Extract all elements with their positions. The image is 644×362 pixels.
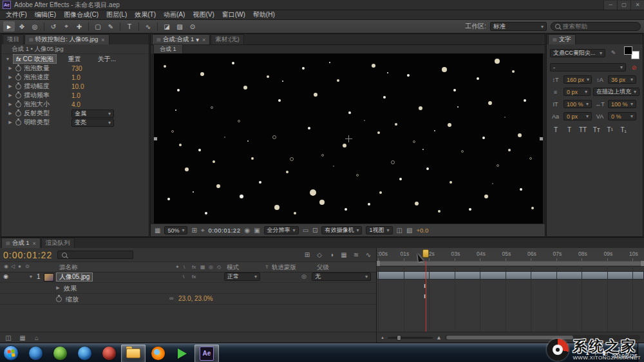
visibility-eye-icon[interactable]: ◉ <box>3 273 8 280</box>
menu-item-2[interactable]: 图像合成(C) <box>60 10 102 19</box>
close-icon[interactable]: × <box>202 37 205 43</box>
hand-tool[interactable]: ✥ <box>16 21 28 32</box>
mini-flowchart-icon[interactable]: ⊞ <box>303 251 312 258</box>
zoom-in-icon[interactable]: ▲ <box>436 334 442 341</box>
close-button[interactable]: ✕ <box>630 1 644 10</box>
pen-tool[interactable]: ✎ <box>105 21 117 32</box>
fill-stroke-swatches[interactable] <box>624 46 639 59</box>
zoom-tool[interactable]: ◎ <box>29 21 41 32</box>
menu-item-6[interactable]: 视图(V) <box>189 10 218 19</box>
comp-handle-left[interactable] <box>154 137 157 140</box>
playhead[interactable] <box>426 254 426 332</box>
twirl-right-icon[interactable]: ▶ <box>8 66 13 71</box>
column-source-name[interactable]: 源名称 <box>59 263 78 272</box>
quality-switch-icon[interactable]: ✦ <box>175 264 180 270</box>
param-dropdown[interactable]: 金属▾ <box>71 110 114 118</box>
vertical-scale-dropdown[interactable]: 100 %▾ <box>564 100 592 108</box>
track-area[interactable]: II <box>377 266 644 332</box>
menu-item-4[interactable]: 效果(T) <box>131 10 160 19</box>
taskbar-after-effects[interactable]: Ae <box>194 345 219 362</box>
tracking-dropdown[interactable]: 0 %▾ <box>608 112 636 120</box>
solo-column-icon[interactable]: ● <box>18 263 21 269</box>
brush-tool[interactable]: ∿ <box>142 21 154 32</box>
scale-property-label[interactable]: 缩放 <box>66 295 79 304</box>
tab-effect-controls[interactable]: ▤ 特效控制台: 人像05.jpg × <box>24 34 109 44</box>
shape-tool[interactable]: ▢ <box>92 21 104 32</box>
composition-viewer[interactable] <box>151 53 545 224</box>
frame-blend-switch-icon[interactable]: ▦ <box>200 264 205 270</box>
stopwatch-icon[interactable] <box>56 296 62 302</box>
param-value[interactable]: 730 <box>71 65 82 72</box>
resolution-dropdown[interactable]: 全分辨率▾ <box>264 226 299 234</box>
stopwatch-icon[interactable] <box>15 111 21 117</box>
twirl-right-icon[interactable]: ▶ <box>8 111 13 116</box>
layer-twirl-icon[interactable]: ▼ <box>28 274 33 279</box>
stopwatch-icon[interactable] <box>15 102 21 108</box>
menu-item-0[interactable]: 文件(F) <box>2 10 31 19</box>
twirl-right-icon[interactable]: ▶ <box>8 93 13 98</box>
camera-dropdown[interactable]: 有效摄像机▾ <box>321 226 362 234</box>
pixel-aspect-icon[interactable]: ◫ <box>397 227 402 234</box>
no-color-icon[interactable]: ⊘ <box>629 64 639 71</box>
expand-inout-icon[interactable]: ⌂ <box>32 334 41 341</box>
taskbar-windows-explorer[interactable] <box>121 345 146 362</box>
layer-effects-icon[interactable]: fx <box>192 274 196 280</box>
scale-property-row[interactable]: 缩放 ∞ 23.0, 23.0% <box>0 294 376 305</box>
fast-preview-icon[interactable]: ▧ <box>406 227 412 234</box>
minimize-button[interactable]: ─ <box>603 1 617 10</box>
effect-about-link[interactable]: 关于... <box>98 55 116 64</box>
tab-footage[interactable]: 素材:(无) <box>211 34 243 44</box>
zoom-out-icon[interactable]: ▲ <box>381 336 384 339</box>
playhead-grabber[interactable] <box>422 249 429 258</box>
effects-group-row[interactable]: ▶ 效果 <box>0 283 376 294</box>
help-search-input[interactable]: 搜索帮助 <box>551 22 641 31</box>
twirl-right-icon[interactable]: ▶ <box>8 84 13 89</box>
menu-item-1[interactable]: 编辑(E) <box>31 10 60 19</box>
exposure-value[interactable]: +0.0 <box>416 227 428 234</box>
transparency-grid-icon[interactable]: ▦ <box>155 227 160 234</box>
twirl-right-icon[interactable]: ▶ <box>8 75 13 80</box>
graph-editor-icon[interactable]: ∿ <box>364 251 373 258</box>
parent-dropdown[interactable]: 无▾ <box>312 272 371 281</box>
param-value[interactable]: 1.0 <box>71 92 80 99</box>
sketch-switch-icon[interactable]: \ <box>184 264 185 270</box>
faux-style-button-1[interactable]: T <box>565 126 573 133</box>
layer-row[interactable]: ◉ ▼ 1 人像05.jpg 正常▾ ◎ 无▾ \fx <box>0 272 376 283</box>
effects-switch-icon[interactable]: fx <box>192 264 196 270</box>
blend-mode-dropdown[interactable]: 正常▾ <box>224 272 260 281</box>
faux-style-button-2[interactable]: TT <box>579 126 587 133</box>
expand-switches-icon[interactable]: ◫ <box>4 334 13 341</box>
effect-header-row[interactable]: ▼ fx CC 吹泡泡 重置 关于... <box>1 54 149 64</box>
taskbar-green-player[interactable] <box>170 345 194 362</box>
type-tool[interactable]: T <box>124 21 135 32</box>
menu-item-3[interactable]: 图层(L) <box>102 10 131 19</box>
chevron-down-icon[interactable]: ▾ <box>196 36 199 43</box>
taskbar-safety-green[interactable] <box>48 345 72 362</box>
param-value[interactable]: 4.0 <box>71 101 80 108</box>
eyedropper-icon[interactable]: ✎ <box>608 50 619 56</box>
selection-tool[interactable]: ► <box>3 21 15 32</box>
workspace-dropdown[interactable]: 标准▾ <box>490 22 547 31</box>
motion-blur-icon[interactable]: ≋ <box>352 251 361 258</box>
close-icon[interactable]: × <box>33 240 36 247</box>
region-of-interest-icon[interactable]: ▭ <box>303 227 308 234</box>
work-area-inner[interactable] <box>380 262 641 265</box>
parent-pickwhip-icon[interactable]: ◎ <box>301 273 307 280</box>
expand-transfer-icon[interactable]: ▦ <box>18 334 27 341</box>
unified-camera-tool[interactable]: ⌖ <box>61 21 72 32</box>
layer-duration-bar[interactable] <box>377 271 644 280</box>
stopwatch-icon[interactable] <box>15 66 21 71</box>
baseline-shift-dropdown[interactable]: 0 px▾ <box>564 112 592 120</box>
twirl-down-icon[interactable]: ▼ <box>5 57 10 61</box>
show-snapshot-icon[interactable]: ▣ <box>254 227 260 234</box>
3d-switch-icon[interactable]: ◇ <box>217 264 221 270</box>
stroke-width-dropdown[interactable]: 0 px▾ <box>564 88 591 96</box>
param-value[interactable]: 10.0 <box>71 83 84 90</box>
layer-quality-icon[interactable]: \ <box>183 274 184 280</box>
stopwatch-icon[interactable] <box>15 84 21 90</box>
grid-options-icon[interactable]: ⊞ <box>191 227 196 234</box>
comp-mini-tab[interactable]: 合成 1 <box>153 44 183 54</box>
lock-column-icon[interactable]: ⊙ <box>25 263 30 269</box>
shy-layers-icon[interactable]: ◑ <box>327 251 336 258</box>
group-twirl-icon[interactable]: ▶ <box>55 285 61 291</box>
